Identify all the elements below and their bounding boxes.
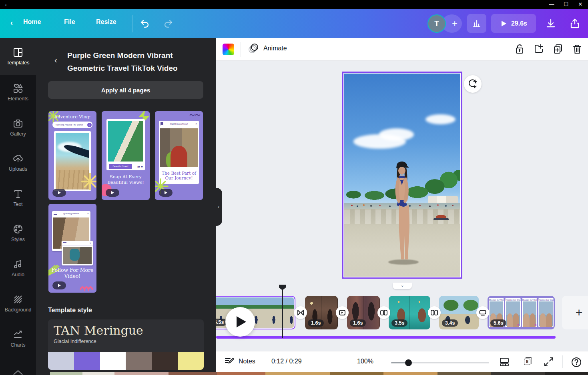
transition-button-1[interactable]: [294, 306, 307, 319]
menu-icon: [54, 213, 57, 215]
bottom-photo-strip: [50, 372, 588, 375]
animate-label: Animate: [263, 45, 287, 52]
transition-button-3[interactable]: [377, 306, 390, 319]
editor-main: Animate: [216, 38, 588, 375]
template-thumbnail-1[interactable]: Adventure Vlog: Traveling Around The Wor…: [48, 111, 96, 200]
sidebar-item-label: Background: [5, 307, 32, 313]
timeline-clip-3[interactable]: 1.6s: [347, 296, 380, 329]
template-thumbnail-4[interactable]: @reallygreatsite ✕ ✕ Follow For More Vid…: [48, 204, 96, 293]
thumb1-search-bar: Traveling Around The World! ⌕: [52, 122, 92, 128]
fullscreen-icon[interactable]: [544, 357, 554, 367]
sidebar-item-uploads[interactable]: Uploads: [0, 145, 36, 180]
add-comment-button[interactable]: [464, 75, 482, 93]
play-duration-button[interactable]: 29.6s: [491, 14, 536, 33]
color-swatch: [152, 352, 178, 370]
comment-plus-icon: [468, 79, 478, 89]
file-menu-button[interactable]: File: [64, 18, 75, 26]
animate-icon: [248, 43, 259, 54]
pages-count-button[interactable]: 8: [523, 357, 533, 367]
notes-button[interactable]: Notes: [224, 357, 255, 366]
thumb-play-badge: [106, 189, 119, 197]
color-swatch: [100, 352, 126, 370]
zoom-slider-knob[interactable]: [405, 359, 412, 366]
transition-button-5[interactable]: [476, 306, 489, 319]
sidebar-item-styles[interactable]: Styles: [0, 215, 36, 251]
video-canvas[interactable]: [343, 73, 461, 277]
sidebar-item-label: Charts: [11, 342, 26, 348]
animate-button[interactable]: Animate: [248, 43, 287, 54]
sidebar-item-templates[interactable]: Templates: [0, 38, 36, 75]
bottom-bar: Notes 0:12 / 0:29 100% 8: [216, 351, 588, 372]
thumb-play-badge: [52, 281, 66, 289]
color-swatch: [126, 352, 152, 370]
sidebar-item-text[interactable]: Text: [0, 180, 36, 215]
color-picker-chip[interactable]: [223, 44, 234, 55]
transition-button-2[interactable]: [336, 306, 349, 319]
mini-card-title: Thanks for Watching!: [538, 299, 554, 301]
undo-icon[interactable]: [139, 18, 151, 29]
sidebar-item-elements[interactable]: Elements: [0, 75, 36, 110]
browser-back-icon[interactable]: ←: [4, 0, 10, 7]
redo-icon[interactable]: [163, 18, 174, 29]
sidebar-item-label: Text: [14, 201, 23, 207]
thumb-play-badge: [159, 189, 173, 197]
mini-card-title: Thanks for Watching!: [489, 299, 504, 301]
download-icon[interactable]: [545, 18, 556, 29]
sidebar-item-charts[interactable]: Charts: [0, 321, 36, 356]
thumb2-photo-frame: Beautiful Coast! ⇄ ♥: [106, 119, 145, 170]
timeline-view-icon[interactable]: [499, 357, 510, 367]
home-button[interactable]: Home: [23, 18, 41, 26]
apply-all-pages-button[interactable]: Apply all 4 pages: [48, 81, 203, 99]
timeline-clip-5[interactable]: 3.4s: [439, 296, 479, 329]
template-thumbnail-3[interactable]: 〜〜 #CliffHikingTime! ✕ The Best Part of …: [155, 111, 203, 200]
resize-menu-button[interactable]: Resize: [96, 18, 116, 26]
help-button[interactable]: [571, 357, 581, 367]
template-style-card[interactable]: TAN Meringue Glacial Indifference: [48, 319, 204, 370]
zoom-percent: 100%: [357, 358, 373, 365]
thumb4-caption: Follow For More Video!: [48, 267, 96, 279]
delete-icon[interactable]: [572, 44, 582, 55]
beach-video-frame: [344, 74, 460, 277]
sidebar-more-chevron-icon[interactable]: [12, 369, 24, 375]
thumb2-label: Beautiful Coast!: [109, 164, 132, 169]
collapse-page-chevron[interactable]: ⌄: [393, 283, 412, 289]
templates-icon: [13, 47, 23, 58]
sidebar-item-background[interactable]: Background: [0, 286, 36, 321]
bar-chart-icon: [472, 19, 482, 28]
elements-icon: [13, 83, 23, 94]
close-icon: ✕: [195, 121, 197, 127]
total-duration: 29.6s: [511, 20, 527, 27]
insights-button[interactable]: [467, 14, 486, 33]
playhead-line[interactable]: [282, 285, 283, 338]
window-minimize-button[interactable]: —: [546, 0, 558, 9]
lock-icon[interactable]: [514, 44, 525, 55]
styles-icon: [13, 224, 23, 234]
account-avatar[interactable]: T: [427, 14, 446, 33]
add-page-tile[interactable]: +: [562, 296, 588, 329]
sidebar-item-audio[interactable]: Audio: [0, 251, 36, 286]
window-close-button[interactable]: ✕: [574, 0, 586, 9]
editor-header: ‹ Home File Resize T + 29.6s: [0, 9, 588, 38]
sidebar-item-gallery[interactable]: Gallery: [0, 110, 36, 145]
home-back-chevron-icon[interactable]: ‹: [10, 19, 13, 27]
panel-back-chevron[interactable]: ‹: [54, 56, 57, 65]
share-icon[interactable]: [569, 18, 580, 29]
timecode: 0:12 / 0:29: [271, 358, 302, 365]
duplicate-icon[interactable]: [553, 44, 563, 55]
timeline-play-button[interactable]: [225, 307, 255, 337]
timeline-scrollbar[interactable]: [216, 336, 556, 339]
timeline-clip-4[interactable]: 3.5s: [389, 296, 430, 329]
header-divider: [132, 15, 133, 32]
template-set-title: Purple Green Modern Vibrant Geometric Tr…: [67, 49, 208, 75]
thumb-play-badge: [52, 189, 66, 197]
timeline-clip-6[interactable]: Thanks for Watching!✳ Thanks for Watchin…: [488, 296, 555, 329]
template-thumbnail-2[interactable]: Beautiful Coast! ⇄ ♥ Snap At Every Beaut…: [102, 111, 150, 200]
clip-duration-badge: 5.6s: [490, 319, 506, 327]
bookmark-icon: [161, 122, 163, 126]
timeline-clip-2[interactable]: 1.6s: [305, 296, 338, 329]
transition-button-4[interactable]: [428, 306, 441, 319]
style-name: TAN Meringue: [54, 323, 204, 337]
add-page-icon[interactable]: [534, 44, 544, 55]
transition-bowtie-icon: [297, 310, 304, 315]
window-maximize-button[interactable]: ☐: [560, 0, 572, 9]
